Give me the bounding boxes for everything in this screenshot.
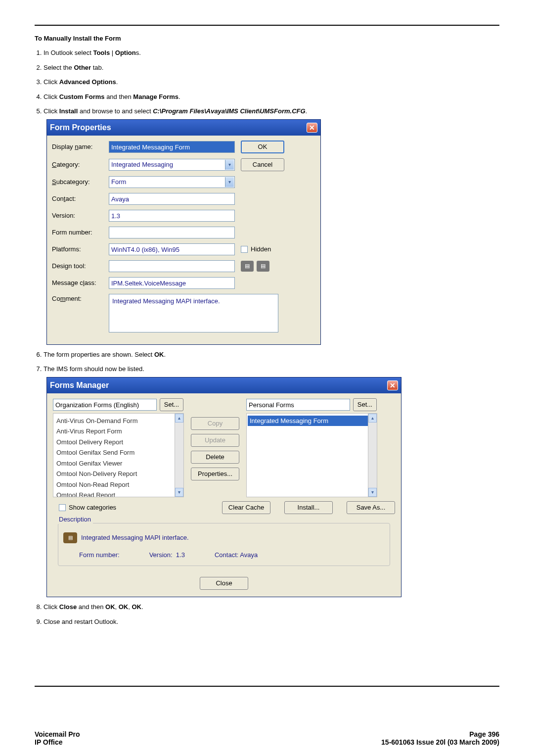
display-name-input[interactable]: Integrated Messaging Form: [109, 141, 235, 153]
select-value: Integrated Messaging: [111, 160, 173, 170]
list-item[interactable]: Omtool Delivery Report: [54, 437, 182, 448]
top-rule: [35, 25, 499, 26]
step-text: |: [110, 49, 115, 56]
subcategory-select[interactable]: Form▾: [109, 176, 235, 188]
label-display-name: Display name:: [52, 142, 109, 152]
description-legend: Description: [57, 515, 93, 524]
scroll-down-icon[interactable]: ▾: [368, 488, 377, 497]
label-version: Version:: [52, 211, 109, 221]
step-bold: Option: [115, 49, 136, 56]
close-icon[interactable]: ✕: [307, 123, 317, 133]
close-button[interactable]: Close: [200, 577, 248, 590]
checkbox-icon[interactable]: [59, 504, 66, 511]
form-number-input[interactable]: [109, 227, 235, 238]
step-bold: Advanced Options: [59, 78, 116, 86]
step-text: and then: [77, 603, 105, 611]
step-text: In Outlook select: [44, 49, 93, 56]
dialog-titlebar[interactable]: Form Properties ✕: [47, 120, 320, 136]
dialog-title: Forms Manager: [50, 379, 109, 391]
step-text: Click: [44, 78, 59, 86]
save-as-button[interactable]: Save As...: [347, 501, 395, 514]
form-icon: ▤: [63, 532, 77, 543]
footer-page: Page 396: [381, 730, 499, 738]
close-icon[interactable]: ✕: [387, 380, 398, 390]
label-category: Category:: [52, 160, 109, 170]
step-text: ,: [115, 603, 119, 611]
step-2: Select the Other tab.: [44, 63, 499, 73]
clear-cache-button[interactable]: Clear Cache: [222, 501, 270, 514]
list-item[interactable]: Omtool Non-Delivery Report: [54, 469, 182, 479]
scroll-down-icon[interactable]: ▾: [175, 488, 183, 497]
message-class-input[interactable]: IPM.Seltek.VoiceMessage: [109, 277, 235, 289]
scrollbar[interactable]: ▴ ▾: [368, 414, 377, 497]
comment-textarea[interactable]: Integrated Messaging MAPI interface.: [109, 294, 278, 332]
bottom-rule: [35, 686, 499, 687]
step-text: .: [116, 78, 118, 86]
label-message-class: Message class:: [52, 278, 109, 288]
cancel-button[interactable]: Cancel: [241, 158, 284, 171]
version-input[interactable]: 1.3: [109, 210, 235, 222]
install-button[interactable]: Install...: [284, 501, 333, 514]
right-set-button[interactable]: Set...: [353, 398, 377, 411]
copy-button[interactable]: Copy: [191, 417, 239, 430]
list-item[interactable]: Integrated Messaging Form: [248, 416, 376, 426]
list-item[interactable]: Omtool Genifax Viewer: [54, 458, 182, 469]
list-item[interactable]: Omtool Read Report: [54, 490, 182, 497]
step-text: The IMS form should now be listed.: [44, 365, 144, 373]
small-form-icon[interactable]: ▤: [257, 261, 269, 272]
dialog-titlebar[interactable]: Forms Manager ✕: [47, 378, 401, 393]
show-categories-checkbox[interactable]: Show categories: [59, 503, 116, 513]
label-subcategory: Subcategory:: [52, 177, 109, 187]
scrollbar[interactable]: ▴ ▾: [175, 414, 183, 497]
chevron-down-icon[interactable]: ▾: [225, 160, 234, 170]
contact-input[interactable]: Avaya: [109, 193, 235, 205]
platforms-input[interactable]: WinNT4.0 (ix86), Win95: [109, 243, 235, 255]
step-bold: Custom Forms: [59, 93, 105, 100]
step-text: Click: [44, 107, 59, 115]
step-3: Click Advanced Options.: [44, 77, 499, 87]
hidden-label: Hidden: [251, 244, 271, 254]
form-properties-dialog: Form Properties ✕ Display name: Integrat…: [46, 119, 321, 345]
step-6: The form properties are shown. Select OK…: [44, 350, 499, 360]
step-7: The IMS form should now be listed. Forms…: [44, 364, 499, 597]
ok-button[interactable]: OK: [241, 141, 284, 153]
list-item[interactable]: Anti-Virus On-Demand Form: [54, 416, 182, 426]
footer-product: Voicemail Pro: [35, 730, 80, 738]
list-item[interactable]: Omtool Non-Read Report: [54, 479, 182, 490]
show-categories-label: Show categories: [69, 503, 116, 513]
step-bold: Tools: [93, 49, 110, 56]
step-text: .: [306, 107, 308, 115]
checkbox-icon[interactable]: [241, 246, 248, 253]
step-4: Click Custom Forms and then Manage Forms…: [44, 92, 499, 102]
step-5: Click Install and browse to and select C…: [44, 106, 499, 345]
page-footer: Voicemail Pro IP Office Page 396 15-6010…: [35, 730, 499, 746]
design-tool-input[interactable]: [109, 260, 235, 272]
select-value: Form: [111, 177, 126, 187]
right-library-field[interactable]: Personal Forms: [246, 399, 350, 411]
right-form-list[interactable]: Integrated Messaging Form ▴ ▾: [246, 413, 377, 497]
label-comment: Comment:: [52, 294, 109, 304]
scroll-up-icon[interactable]: ▴: [175, 414, 183, 423]
left-library-field[interactable]: Organization Forms (English): [53, 399, 157, 411]
category-select[interactable]: Integrated Messaging▾: [109, 159, 235, 171]
step-1: In Outlook select Tools | Options.: [44, 48, 499, 58]
scroll-up-icon[interactable]: ▴: [368, 414, 377, 423]
hidden-checkbox[interactable]: Hidden: [241, 244, 271, 254]
description-text: Integrated Messaging MAPI interface.: [81, 533, 189, 543]
properties-button[interactable]: Properties...: [191, 468, 239, 480]
label-form-number: Form number:: [52, 228, 109, 237]
instruction-list: In Outlook select Tools | Options. Selec…: [35, 48, 499, 626]
left-form-list[interactable]: Anti-Virus On-Demand Form Anti-Virus Rep…: [53, 413, 184, 497]
step-text: s.: [136, 49, 141, 56]
list-item[interactable]: Omtool Genifax Send Form: [54, 447, 182, 458]
delete-button[interactable]: Delete: [191, 451, 239, 464]
step-bold: OK: [105, 603, 115, 611]
chevron-down-icon[interactable]: ▾: [225, 177, 234, 187]
left-set-button[interactable]: Set...: [160, 398, 183, 411]
list-item[interactable]: Anti-Virus Report Form: [54, 426, 182, 437]
step-text: tab.: [91, 64, 103, 71]
large-form-icon[interactable]: ▤: [241, 261, 254, 272]
update-button[interactable]: Update: [191, 434, 239, 447]
step-text: .: [178, 93, 180, 100]
step-path: C:\Program Files\Avaya\IMS Client\UMSFor…: [153, 107, 305, 115]
